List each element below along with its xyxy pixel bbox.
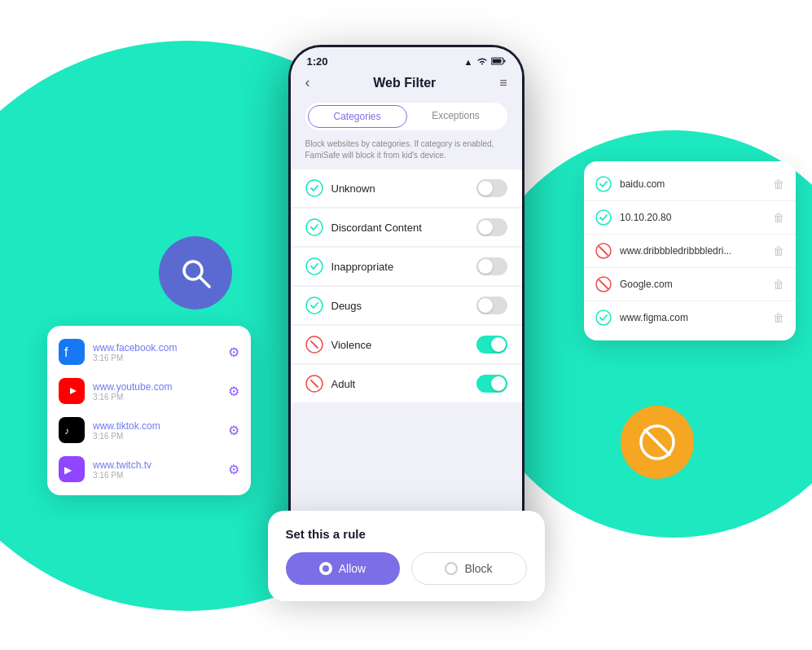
status-bar: 1:20 ▲ — [291, 47, 522, 71]
toggle-adult[interactable] — [476, 375, 507, 393]
delete-icon[interactable]: 🗑 — [773, 311, 784, 324]
twitch-icon: ▶ — [59, 456, 85, 482]
svg-text:♪: ♪ — [64, 425, 69, 437]
site-info: www.youtube.com 3:16 PM — [93, 381, 220, 402]
allow-radio — [319, 562, 332, 575]
toggle-discordant[interactable] — [476, 218, 507, 236]
list-item: 10.10.20.80 🗑 — [584, 201, 796, 235]
svg-line-11 — [599, 247, 608, 255]
toggle-inappropriate[interactable] — [476, 257, 507, 275]
toggle-unknown[interactable] — [476, 179, 507, 197]
svg-text:f: f — [64, 345, 68, 359]
menu-button[interactable]: ≡ — [499, 76, 507, 90]
svg-line-1 — [200, 277, 209, 287]
category-label: Discordant Content — [331, 222, 468, 234]
browsing-history-card: f www.facebook.com 3:16 PM ⚙ www.youtube… — [47, 326, 251, 495]
svg-point-21 — [306, 297, 323, 314]
phone-body: 1:20 ▲ — [288, 45, 525, 550]
site-url: www.facebook.com — [93, 342, 220, 354]
block-status-icon — [595, 243, 612, 259]
back-button[interactable]: ‹ — [305, 74, 310, 91]
allow-option[interactable]: Allow — [286, 552, 400, 585]
page-title: Web Filter — [373, 76, 436, 90]
block-circle — [621, 406, 694, 479]
check-circle-icon — [305, 179, 323, 197]
category-label: Inappropriate — [331, 261, 468, 273]
site-time: 3:16 PM — [93, 471, 220, 480]
site-time: 3:16 PM — [93, 354, 220, 362]
list-item: baidu.com 🗑 — [584, 168, 796, 201]
category-list: Unknown Discordant Content — [291, 169, 522, 547]
block-option[interactable]: Block — [411, 552, 527, 585]
delete-icon[interactable]: 🗑 — [773, 211, 784, 224]
delete-icon[interactable]: 🗑 — [773, 244, 784, 257]
tab-exceptions[interactable]: Exceptions — [407, 105, 505, 128]
exceptions-card: baidu.com 🗑 10.10.20.80 🗑 www.dribbbledr… — [584, 161, 796, 340]
category-label: Deugs — [331, 300, 468, 312]
svg-rect-16 — [503, 59, 505, 62]
facebook-icon: f — [59, 339, 85, 365]
delete-icon[interactable]: 🗑 — [773, 278, 784, 291]
site-url: www.tiktok.com — [93, 420, 220, 432]
status-icons: ▲ — [464, 56, 506, 67]
list-item[interactable]: Violence — [291, 326, 522, 363]
svg-marker-5 — [70, 388, 77, 394]
svg-point-19 — [306, 219, 323, 235]
svg-point-8 — [596, 177, 611, 191]
check-circle-icon — [305, 218, 323, 236]
gear-icon[interactable]: ⚙ — [228, 384, 239, 399]
block-status-icon — [595, 276, 612, 292]
list-item[interactable]: www.youtube.com 3:16 PM ⚙ — [47, 371, 251, 411]
gear-icon[interactable]: ⚙ — [228, 423, 239, 438]
exception-url: baidu.com — [620, 178, 765, 190]
wifi-icon — [476, 56, 488, 67]
svg-point-20 — [306, 258, 323, 274]
site-info: www.tiktok.com 3:16 PM — [93, 420, 220, 441]
list-item[interactable]: Adult — [291, 365, 522, 402]
tab-bar: Categories Exceptions — [305, 103, 507, 130]
rule-dialog: Set this a rule Allow Block — [268, 511, 545, 601]
category-label: Unknown — [331, 182, 468, 195]
search-icon — [177, 254, 214, 292]
signal-icon: ▲ — [464, 57, 473, 67]
list-item[interactable]: Inappropriate — [291, 248, 522, 285]
toggle-deugs[interactable] — [476, 296, 507, 314]
gear-icon[interactable]: ⚙ — [228, 462, 239, 477]
toggle-violence[interactable] — [476, 336, 507, 354]
rule-options: Allow Block — [286, 552, 527, 585]
allow-icon — [595, 176, 612, 192]
block-circle-icon — [305, 375, 323, 393]
svg-line-23 — [311, 341, 318, 348]
exception-url: Google.com — [620, 279, 765, 290]
search-circle — [159, 236, 232, 310]
list-item[interactable]: Unknown — [291, 169, 522, 207]
check-circle-icon — [305, 296, 323, 314]
list-item[interactable]: f www.facebook.com 3:16 PM ⚙ — [47, 332, 251, 371]
dialog-title: Set this a rule — [286, 527, 527, 541]
exception-url: www.figma.com — [620, 312, 765, 323]
list-item[interactable]: ▶ www.twitch.tv 3:16 PM ⚙ — [47, 450, 251, 489]
list-item[interactable]: Discordant Content — [291, 209, 522, 246]
allow-icon — [595, 310, 612, 326]
phone-mockup: 1:20 ▲ — [288, 45, 525, 550]
site-time: 3:16 PM — [93, 432, 220, 441]
block-radio — [445, 562, 458, 575]
delete-icon[interactable]: 🗑 — [773, 178, 784, 191]
svg-line-3 — [645, 430, 669, 455]
svg-point-9 — [596, 210, 611, 225]
exception-url: www.dribbbledribbbledri... — [620, 245, 765, 257]
tab-categories[interactable]: Categories — [308, 105, 407, 128]
svg-point-14 — [596, 310, 611, 325]
status-time: 1:20 — [307, 55, 328, 68]
site-info: www.twitch.tv 3:16 PM — [93, 459, 220, 480]
block-circle-icon — [305, 336, 323, 354]
gear-icon[interactable]: ⚙ — [228, 345, 239, 360]
phone-screen: 1:20 ▲ — [291, 47, 522, 547]
svg-text:▶: ▶ — [64, 464, 72, 476]
list-item[interactable]: ♪ www.tiktok.com 3:16 PM ⚙ — [47, 411, 251, 450]
description-text: Block websites by categories. If categor… — [291, 138, 522, 169]
list-item[interactable]: Deugs — [291, 287, 522, 324]
category-label: Adult — [331, 378, 468, 390]
site-url: www.twitch.tv — [93, 459, 220, 471]
block-label: Block — [464, 562, 492, 575]
